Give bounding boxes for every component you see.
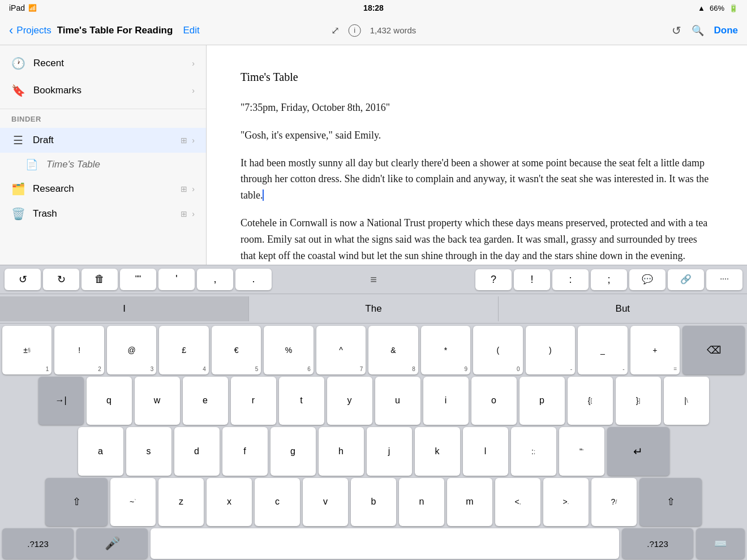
- key-h[interactable]: h: [319, 427, 364, 476]
- binder-section: ☰ Draft ⊞ › 📄 Time's Table 🗂️ Research ⊞…: [0, 126, 206, 229]
- key-j[interactable]: j: [367, 427, 412, 476]
- exclaim-key[interactable]: !: [514, 269, 550, 290]
- key-s[interactable]: s: [126, 427, 171, 476]
- key-percent[interactable]: % 6: [264, 326, 313, 374]
- comma-key[interactable]: ,: [197, 269, 233, 290]
- nums-toggle-left[interactable]: .?123: [2, 528, 74, 559]
- content-area[interactable]: Time's Table "7:35pm, Friday, October 8t…: [207, 45, 747, 294]
- key-g[interactable]: g: [271, 427, 316, 476]
- key-pound[interactable]: £ 4: [159, 326, 208, 374]
- more-icon-key[interactable]: ····: [706, 269, 742, 290]
- key-p[interactable]: p: [520, 377, 565, 425]
- key-euro[interactable]: € 5: [212, 326, 261, 374]
- key-tilde[interactable]: ~`: [110, 478, 156, 527]
- key-gt[interactable]: >.: [543, 478, 589, 527]
- key-e[interactable]: e: [183, 377, 228, 425]
- key-rparen[interactable]: ) -: [526, 326, 575, 374]
- main-layout: 🕐 Recent › 🔖 Bookmarks › BINDER ☰ Draft …: [0, 45, 747, 294]
- comment-icon-key[interactable]: 💬: [629, 269, 666, 290]
- space-key[interactable]: [151, 528, 619, 559]
- keyboard-toggle-key[interactable]: ⌨️: [696, 528, 745, 559]
- apostrophe-key[interactable]: ': [158, 269, 195, 290]
- predictive-option-1[interactable]: I: [0, 296, 249, 321]
- key-i[interactable]: i: [423, 377, 469, 425]
- shift-right-key[interactable]: ⇧: [639, 478, 702, 527]
- document-icon: 📄: [25, 158, 38, 171]
- key-t[interactable]: t: [279, 377, 324, 425]
- chevron-bookmarks: ›: [192, 86, 195, 95]
- key-k[interactable]: k: [415, 427, 460, 476]
- key-lt[interactable]: <,: [495, 478, 540, 527]
- key-underscore[interactable]: _ -: [578, 326, 627, 374]
- draft-label: Draft: [33, 135, 181, 146]
- delete-key[interactable]: 🗑: [81, 269, 118, 290]
- back-button[interactable]: ‹: [9, 23, 13, 38]
- key-f[interactable]: f: [222, 427, 268, 476]
- mic-key[interactable]: 🎤: [76, 528, 148, 559]
- key-a[interactable]: a: [78, 427, 123, 476]
- undo-key[interactable]: ↺: [5, 269, 41, 290]
- binder-item-draft[interactable]: ☰ Draft ⊞ ›: [0, 128, 206, 153]
- done-button[interactable]: Done: [714, 25, 739, 36]
- binder-item-times-table[interactable]: 📄 Time's Table: [0, 153, 206, 176]
- status-bar-left: iPad 📶: [9, 3, 37, 12]
- expand-icon[interactable]: ⤢: [331, 24, 340, 37]
- redo-key[interactable]: ↻: [43, 269, 79, 290]
- question-key[interactable]: ?: [475, 269, 512, 290]
- period-key[interactable]: .: [235, 269, 272, 290]
- info-icon[interactable]: i: [349, 24, 361, 37]
- key-b[interactable]: b: [351, 478, 396, 527]
- key-dquote[interactable]: "': [559, 427, 604, 476]
- key-tab[interactable]: →|: [38, 377, 84, 425]
- quote-quote-key[interactable]: "": [120, 269, 156, 290]
- key-w[interactable]: w: [135, 377, 180, 425]
- key-n[interactable]: n: [399, 478, 444, 527]
- key-caret[interactable]: ^ 7: [316, 326, 366, 374]
- key-colon[interactable]: :;: [511, 427, 556, 476]
- key-lbrace[interactable]: {[: [568, 377, 613, 425]
- shift-left-key[interactable]: ⇧: [45, 478, 108, 527]
- key-lparen[interactable]: ( 0: [473, 326, 522, 374]
- key-l[interactable]: l: [463, 427, 508, 476]
- link-icon-key[interactable]: 🔗: [668, 269, 704, 290]
- key-exclaim[interactable]: ! 2: [54, 326, 104, 374]
- key-rbrace[interactable]: }]: [616, 377, 661, 425]
- key-ampersand[interactable]: & 8: [368, 326, 418, 374]
- device-label: iPad: [9, 3, 25, 12]
- return-key[interactable]: ↵: [607, 427, 669, 476]
- hamburger-icon: ≡: [370, 273, 377, 286]
- key-q[interactable]: q: [87, 377, 132, 425]
- colon-key[interactable]: :: [552, 269, 589, 290]
- status-bar: iPad 📶 18:28 ▲ 66% 🔋: [0, 0, 747, 16]
- sidebar-item-bookmarks[interactable]: 🔖 Bookmarks ›: [0, 77, 206, 104]
- predictive-option-2[interactable]: The: [249, 296, 498, 321]
- semicolon-key[interactable]: ;: [591, 269, 627, 290]
- key-plus[interactable]: + =: [630, 326, 680, 374]
- key-plusminus[interactable]: ±§ 1: [2, 326, 51, 374]
- key-d[interactable]: d: [174, 427, 220, 476]
- key-y[interactable]: y: [327, 377, 372, 425]
- search-icon[interactable]: 🔍: [692, 24, 704, 37]
- key-o[interactable]: o: [471, 377, 517, 425]
- backspace-key[interactable]: ⌫: [682, 326, 745, 374]
- key-m[interactable]: m: [447, 478, 492, 527]
- key-question[interactable]: ?/: [591, 478, 637, 527]
- key-c[interactable]: c: [255, 478, 300, 527]
- key-u[interactable]: u: [375, 377, 420, 425]
- key-asterisk[interactable]: * 9: [421, 326, 470, 374]
- key-x[interactable]: x: [207, 478, 252, 527]
- projects-link[interactable]: Projects: [16, 25, 51, 36]
- edit-button[interactable]: Edit: [183, 25, 199, 36]
- sidebar-item-recent[interactable]: 🕐 Recent ›: [0, 50, 206, 77]
- undo-icon[interactable]: ↺: [672, 24, 681, 37]
- binder-item-trash[interactable]: 🗑️ Trash ⊞ ›: [0, 201, 206, 226]
- key-v[interactable]: v: [303, 478, 348, 527]
- key-at[interactable]: @ 3: [107, 326, 156, 374]
- key-z[interactable]: z: [158, 478, 204, 527]
- nums-toggle-right[interactable]: .?123: [622, 528, 693, 559]
- key-pipe[interactable]: |\: [664, 377, 709, 425]
- key-r[interactable]: r: [231, 377, 276, 425]
- binder-item-research[interactable]: 🗂️ Research ⊞ ›: [0, 176, 206, 201]
- predictive-option-3[interactable]: But: [499, 296, 747, 321]
- chevron-recent: ›: [192, 59, 195, 68]
